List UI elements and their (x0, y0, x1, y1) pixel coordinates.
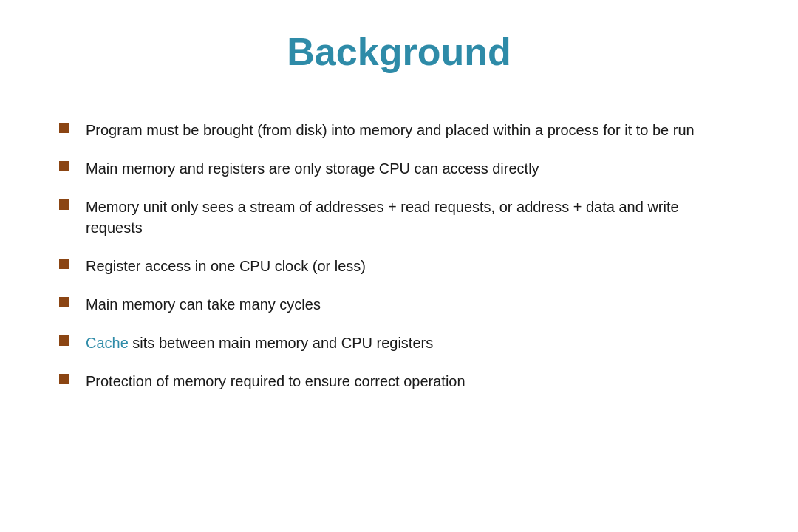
bullet-text-1: Program must be brought (from disk) into… (86, 120, 739, 140)
bullet-icon-2 (59, 161, 69, 171)
bullet-item-4: Register access in one CPU clock (or les… (59, 247, 739, 285)
bullet-text-4: Register access in one CPU clock (or les… (86, 256, 739, 276)
bullet-item-3: Memory unit only sees a stream of addres… (59, 188, 739, 247)
bullet-text-5: Main memory can take many cycles (86, 294, 739, 315)
bullet-text-3: Memory unit only sees a stream of addres… (86, 197, 739, 238)
bullet-icon-5 (59, 297, 69, 307)
bullet-icon-4 (59, 259, 69, 269)
bullet-item-2: Main memory and registers are only stora… (59, 149, 739, 188)
bullet-text-2: Main memory and registers are only stora… (86, 158, 739, 179)
bullet-icon-7 (59, 374, 69, 384)
bullet-text-6: Cache sits between main memory and CPU r… (86, 332, 739, 353)
bullet-item-7: Protection of memory required to ensure … (59, 362, 739, 400)
bullet-item-1: Program must be brought (from disk) into… (59, 111, 739, 149)
bullet-icon-3 (59, 200, 69, 210)
bullet-icon-6 (59, 335, 69, 346)
bullet-item-6: Cache sits between main memory and CPU r… (59, 324, 739, 362)
slide-container: Background Program must be brought (from… (0, 0, 798, 532)
bullet-text-7: Protection of memory required to ensure … (86, 371, 739, 392)
cache-highlight: Cache (86, 335, 129, 351)
bullet-list: Program must be brought (from disk) into… (59, 111, 739, 400)
bullet-item-5: Main memory can take many cycles (59, 285, 739, 324)
slide-title: Background (59, 30, 739, 74)
bullet-icon-1 (59, 123, 69, 133)
